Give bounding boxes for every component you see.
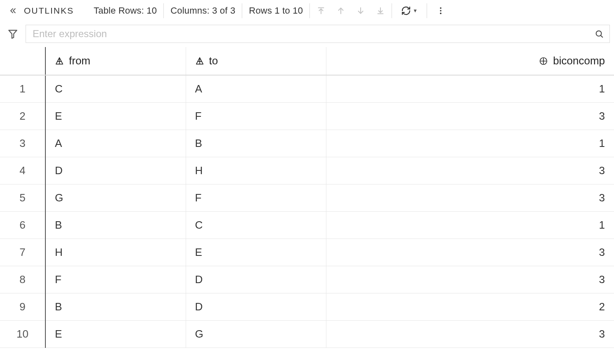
expression-box bbox=[26, 25, 610, 43]
svg-point-8 bbox=[440, 12, 442, 14]
search-button[interactable] bbox=[595, 29, 604, 38]
table-rows-label: Table Rows: 10 bbox=[94, 5, 157, 16]
table-row[interactable]: 4DH3 bbox=[0, 157, 614, 184]
cell-to[interactable]: H bbox=[186, 157, 326, 184]
cell-biconcomp[interactable]: 3 bbox=[326, 157, 614, 184]
row-number: 7 bbox=[0, 239, 45, 266]
arrow-down-bar-icon bbox=[376, 6, 385, 15]
caret-down-icon: ▼ bbox=[413, 8, 418, 14]
filter-button[interactable] bbox=[6, 26, 20, 42]
cell-from[interactable]: G bbox=[45, 184, 186, 211]
filter-row bbox=[0, 21, 614, 47]
collapse-panel-button[interactable] bbox=[7, 5, 18, 16]
table-name: OUTLINKS bbox=[24, 6, 74, 16]
more-menu-button[interactable] bbox=[434, 4, 448, 18]
row-number: 10 bbox=[0, 320, 45, 347]
separator bbox=[427, 3, 427, 18]
cell-from[interactable]: B bbox=[45, 211, 186, 239]
go-prev-button[interactable] bbox=[336, 6, 345, 15]
data-table: from to biconcomp 1CA12EF33AB14DH35GF36B… bbox=[0, 47, 614, 348]
header-label: biconcomp bbox=[553, 54, 605, 67]
search-icon bbox=[595, 29, 604, 38]
refresh-button[interactable]: ▼ bbox=[399, 6, 420, 16]
kebab-icon bbox=[436, 6, 445, 15]
cell-biconcomp[interactable]: 1 bbox=[326, 75, 614, 102]
separator bbox=[242, 3, 242, 18]
table-row[interactable]: 6BC1 bbox=[0, 211, 614, 239]
separator bbox=[163, 3, 164, 18]
cell-to[interactable]: C bbox=[186, 211, 326, 239]
separator bbox=[309, 3, 310, 18]
arrow-down-icon bbox=[356, 6, 365, 15]
cell-from[interactable]: A bbox=[45, 130, 186, 157]
numeric-column-icon bbox=[539, 57, 548, 66]
svg-marker-9 bbox=[9, 30, 17, 38]
funnel-icon bbox=[7, 28, 18, 39]
cell-biconcomp[interactable]: 3 bbox=[326, 184, 614, 211]
row-number: 9 bbox=[0, 293, 45, 320]
go-last-button[interactable] bbox=[376, 6, 385, 15]
cell-from[interactable]: E bbox=[45, 320, 186, 347]
header-label: to bbox=[209, 54, 218, 67]
arrow-up-bar-icon bbox=[316, 6, 326, 15]
cell-biconcomp[interactable]: 1 bbox=[326, 130, 614, 157]
toolbar: OUTLINKS Table Rows: 10 Columns: 3 of 3 … bbox=[0, 0, 614, 21]
table-row[interactable]: 5GF3 bbox=[0, 184, 614, 211]
table-row[interactable]: 8FD3 bbox=[0, 266, 614, 293]
table-row[interactable]: 7HE3 bbox=[0, 239, 614, 266]
cell-biconcomp[interactable]: 3 bbox=[326, 320, 614, 347]
svg-point-6 bbox=[440, 7, 442, 9]
row-number: 3 bbox=[0, 130, 45, 157]
row-number: 8 bbox=[0, 266, 45, 293]
text-column-icon bbox=[55, 57, 64, 66]
cell-to[interactable]: B bbox=[186, 130, 326, 157]
cell-from[interactable]: E bbox=[45, 102, 186, 130]
cell-from[interactable]: C bbox=[45, 75, 186, 102]
cell-biconcomp[interactable]: 3 bbox=[326, 239, 614, 266]
cell-to[interactable]: E bbox=[186, 239, 326, 266]
cell-biconcomp[interactable]: 2 bbox=[326, 293, 614, 320]
svg-point-7 bbox=[440, 10, 442, 12]
table-row[interactable]: 3AB1 bbox=[0, 130, 614, 157]
expression-input[interactable] bbox=[32, 28, 595, 40]
arrow-up-icon bbox=[336, 6, 345, 15]
table-row[interactable]: 2EF3 bbox=[0, 102, 614, 130]
row-number: 5 bbox=[0, 184, 45, 211]
table-row[interactable]: 10EG3 bbox=[0, 320, 614, 347]
header-label: from bbox=[69, 54, 90, 67]
row-number: 2 bbox=[0, 102, 45, 130]
table-row[interactable]: 9BD2 bbox=[0, 293, 614, 320]
cell-from[interactable]: H bbox=[45, 239, 186, 266]
text-column-icon bbox=[195, 57, 204, 66]
header-rownum bbox=[0, 47, 45, 75]
go-next-button[interactable] bbox=[356, 6, 365, 15]
columns-label: Columns: 3 of 3 bbox=[170, 5, 235, 16]
cell-to[interactable]: D bbox=[186, 293, 326, 320]
separator bbox=[392, 3, 392, 18]
table-row[interactable]: 1CA1 bbox=[0, 75, 614, 102]
go-first-button[interactable] bbox=[316, 6, 326, 15]
cell-to[interactable]: A bbox=[186, 75, 326, 102]
header-to[interactable]: to bbox=[186, 47, 326, 75]
header-row: from to biconcomp bbox=[0, 47, 614, 75]
row-number: 4 bbox=[0, 157, 45, 184]
cell-to[interactable]: F bbox=[186, 184, 326, 211]
svg-line-11 bbox=[601, 35, 603, 38]
row-number: 1 bbox=[0, 75, 45, 102]
cell-from[interactable]: B bbox=[45, 293, 186, 320]
cell-from[interactable]: F bbox=[45, 266, 186, 293]
cell-to[interactable]: F bbox=[186, 102, 326, 130]
cell-to[interactable]: D bbox=[186, 266, 326, 293]
row-number: 6 bbox=[0, 211, 45, 239]
cell-to[interactable]: G bbox=[186, 320, 326, 347]
header-from[interactable]: from bbox=[45, 47, 186, 75]
chevrons-left-icon bbox=[9, 7, 17, 15]
cell-from[interactable]: D bbox=[45, 157, 186, 184]
header-biconcomp[interactable]: biconcomp bbox=[326, 47, 614, 75]
cell-biconcomp[interactable]: 3 bbox=[326, 102, 614, 130]
refresh-icon bbox=[401, 6, 411, 16]
rows-range-label: Rows 1 to 10 bbox=[249, 5, 303, 16]
cell-biconcomp[interactable]: 1 bbox=[326, 211, 614, 239]
cell-biconcomp[interactable]: 3 bbox=[326, 266, 614, 293]
